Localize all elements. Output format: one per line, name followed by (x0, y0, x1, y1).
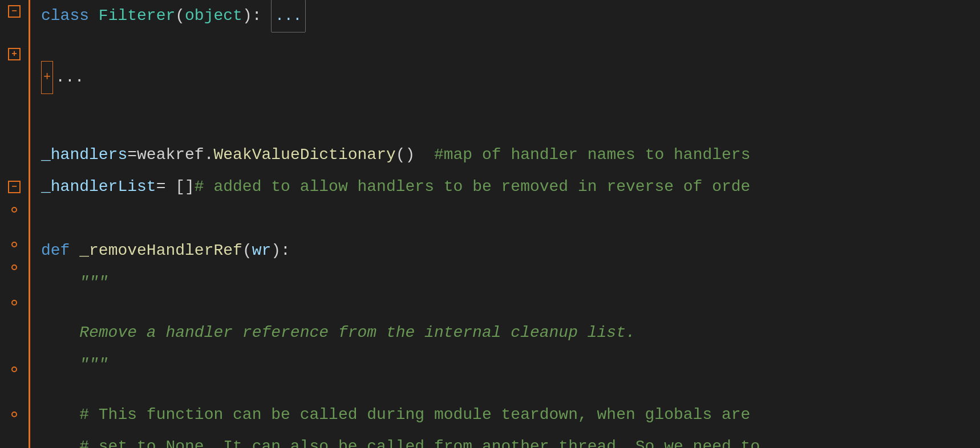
dot-3 (11, 264, 17, 270)
fold-expand-1[interactable]: + (8, 48, 21, 60)
gutter-line-3[interactable]: + (8, 45, 21, 64)
token-docstr-close: """ (41, 349, 108, 381)
code-line-docstr-close: """ (41, 349, 980, 381)
code-line-empty-1 (41, 32, 980, 64)
token-paren1: ( (175, 0, 185, 32)
dot-5 (11, 366, 17, 372)
token-space-2 (262, 0, 272, 32)
code-line-empty-doc (41, 299, 980, 317)
code-line-empty-2 (41, 91, 980, 123)
fold-collapse-def[interactable]: − (8, 181, 21, 193)
token-comment-1: # This function can be called during mod… (41, 399, 750, 431)
dot-6 (11, 412, 17, 417)
token-dot1: . (204, 139, 214, 171)
token-eq1: = (127, 139, 137, 171)
token-handlers-attr: _handlers (41, 139, 127, 171)
token-filterer: Filterer (99, 0, 175, 32)
token-weakref: weakref (137, 139, 204, 171)
token-comment-2: # set to None. It can also be called fro… (41, 431, 760, 448)
gutter-line-doc-content (11, 234, 17, 256)
code-content: class Filterer ( object ): ... + ... _ha… (30, 0, 980, 448)
token-fn-name: _removeHandlerRef (79, 235, 242, 267)
token-paren-fn1: ( (242, 235, 252, 267)
code-line-1: class Filterer ( object ): ... (41, 0, 980, 32)
token-wvdict: WeakValueDictionary (213, 139, 395, 171)
code-line-comment-2: # set to None. It can also be called fro… (41, 431, 980, 448)
token-handlerlist-attr: _handlerList (41, 171, 156, 203)
token-object: object (185, 0, 242, 32)
dot-4 (11, 300, 17, 306)
gutter: − + − (0, 0, 30, 448)
fold-collapse-1[interactable]: − (8, 5, 21, 18)
token-dots: ... (55, 62, 84, 93)
code-line-empty-5 (41, 381, 980, 399)
token-docstr-text: Remove a handler reference from the inte… (41, 317, 635, 349)
gutter-line-comment1 (11, 291, 17, 313)
token-docstr-open: """ (41, 267, 108, 299)
code-line-def: def _removeHandlerRef ( wr ): (41, 235, 980, 267)
token-space-def (70, 235, 79, 267)
gutter-line-doc-close (11, 256, 17, 278)
dot-2 (11, 242, 17, 247)
token-wr-param: wr (252, 235, 272, 267)
token-def: def (41, 235, 70, 267)
gutter-line-if (11, 403, 17, 425)
token-comment-handlerlist: # added to allow handlers to be removed … (195, 171, 751, 203)
editor-container: − + − (0, 0, 980, 448)
token-ellipsis-box: ... (271, 0, 306, 32)
token-parens: () (396, 139, 415, 171)
gutter-line-docstr-open (11, 198, 17, 221)
gutter-line-def[interactable]: − (8, 176, 21, 198)
dot-1 (11, 207, 17, 213)
token-space-1 (89, 0, 99, 32)
token-paren-fn2: ): (271, 235, 290, 267)
token-plus-box[interactable]: + (41, 61, 53, 94)
token-class-keyword: class (41, 0, 89, 32)
gutter-line-1[interactable]: − (8, 0, 21, 22)
code-line-docstr-content: Remove a handler reference from the inte… (41, 317, 980, 349)
code-line-empty-4 (41, 203, 980, 235)
code-line-handlerlist: _handlerList = [] # added to allow handl… (41, 171, 980, 203)
code-line-ellipsis: + ... (41, 64, 980, 91)
token-eq2: = [] (156, 171, 195, 203)
token-comment-handlers: #map of handler names to handlers (415, 139, 750, 171)
code-line-docstr-open: """ (41, 267, 980, 299)
code-line-handlers: _handlers = weakref . WeakValueDictionar… (41, 139, 980, 171)
gutter-line-comment4 (11, 359, 17, 381)
code-line-comment-1: # This function can be called during mod… (41, 399, 980, 431)
code-line-empty-3 (41, 123, 980, 139)
token-paren2: ): (242, 0, 262, 32)
